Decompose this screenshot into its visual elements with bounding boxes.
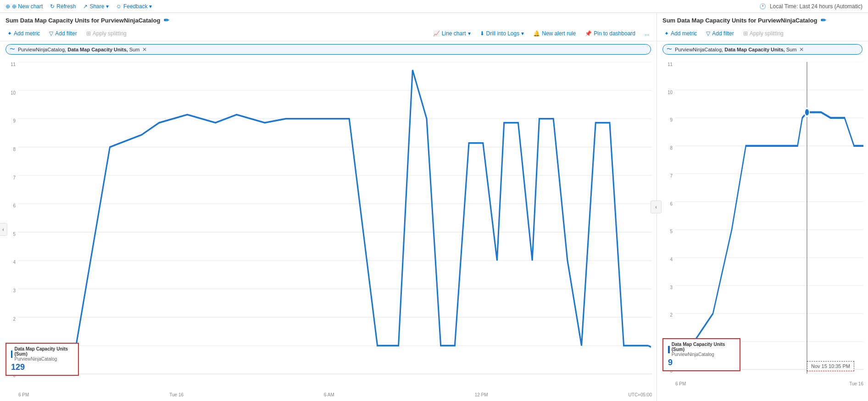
drill-icon: ⬇ [480, 30, 484, 37]
left-chart-title-bar: Sum Data Map Capacity Units for PurviewN… [0, 13, 657, 26]
right-metric-tag: 〜 PurviewNinjaCatalog, Data Map Capacity… [662, 44, 862, 55]
add-filter-label: Add filter [55, 30, 77, 37]
cursor-date-tooltip: Nov 15 10:35 PM [807, 361, 854, 371]
right-y-7: 7 [670, 173, 673, 178]
new-alert-rule-button[interactable]: 🔔 New alert rule [531, 29, 578, 38]
y-label-5: 5 [13, 232, 16, 237]
y-label-2: 2 [13, 317, 16, 322]
right-y-11: 11 [668, 62, 673, 67]
right-chart-area: 11 10 9 8 7 6 5 4 3 2 1 0 [657, 57, 868, 401]
alert-icon: 🔔 [533, 30, 540, 37]
top-bar: ⊕ ⊕ New chart ↻ Refresh ↗ Share ▾ ☺ Feed… [0, 0, 868, 13]
right-y-10: 10 [668, 90, 673, 95]
y-label-11: 11 [11, 62, 16, 67]
right-toolbar-left: ✦ Add metric ▽ Add filter ⊞ Apply splitt… [662, 29, 785, 38]
x-label-6am: 6 AM [324, 392, 334, 397]
pin-icon: 📌 [585, 30, 592, 37]
right-y-6: 6 [670, 201, 673, 206]
add-metric-label: Add metric [14, 30, 40, 37]
time-range-label: Local Time: Last 24 hours (Automatic) [770, 3, 862, 10]
drill-label: Drill into Logs [486, 30, 520, 37]
right-x-tue16: Tue 16 [849, 381, 863, 386]
line-chart-button[interactable]: 📈 Line chart ▾ [431, 29, 473, 38]
new-chart-icon: ⊕ [6, 3, 10, 10]
right-filter-icon: ▽ [706, 30, 710, 37]
right-x-6pm: 6 PM [675, 381, 686, 386]
y-label-10: 10 [11, 90, 16, 95]
share-button[interactable]: ↗ Share ▾ [83, 3, 108, 10]
right-y-8: 8 [670, 145, 673, 150]
right-metric-tag-text: PurviewNinjaCatalog, Data Map Capacity U… [675, 47, 796, 52]
cursor-date-text: Nov 15 10:35 PM [811, 363, 850, 369]
x-label-6pm: 6 PM [18, 392, 29, 397]
left-chart-title: Sum Data Map Capacity Units for PurviewN… [6, 17, 160, 24]
feedback-icon: ☺ [116, 3, 122, 10]
tooltip-value: 129 [11, 362, 73, 372]
right-metric-icon: ✦ [664, 30, 669, 37]
filter-icon: ▽ [49, 30, 53, 37]
refresh-button[interactable]: ↻ Refresh [50, 3, 76, 10]
right-y-2: 2 [670, 312, 673, 317]
y-label-4: 4 [13, 260, 16, 265]
new-chart-button[interactable]: ⊕ ⊕ New chart [6, 3, 43, 10]
right-y-5: 5 [670, 229, 673, 234]
right-chart-svg [675, 62, 863, 373]
more-label: ... [645, 30, 649, 37]
legend-bar [11, 351, 12, 358]
right-collapse-button[interactable]: ‹ [651, 200, 662, 213]
line-chart-icon: 📈 [433, 30, 440, 37]
right-tooltip-label: Data Map Capacity Units (Sum) [672, 342, 735, 352]
split-icon: ⊞ [86, 30, 91, 37]
right-add-filter-button[interactable]: ▽ Add filter [704, 29, 735, 38]
right-chart-edit-icon[interactable]: ✏ [821, 17, 826, 24]
x-label-utc: UTC+05:00 [629, 392, 652, 397]
right-tooltip-value: 9 [668, 358, 735, 368]
right-chart-title-bar: Sum Data Map Capacity Units for PurviewN… [657, 13, 868, 26]
main-layout: Sum Data Map Capacity Units for PurviewN… [0, 13, 868, 401]
right-split-icon: ⊞ [743, 30, 748, 37]
right-tooltip-sublabel: PurviewNinjaCatalog [672, 352, 735, 357]
more-options-button[interactable]: ... [643, 29, 651, 38]
right-apply-splitting-label: Apply splitting [750, 30, 784, 37]
left-chart-area: 11 10 9 8 7 6 5 4 3 2 1 0 [0, 57, 657, 401]
left-metric-tag: 〜 PurviewNinjaCatalog, Data Map Capacity… [6, 44, 651, 55]
pin-label: Pin to dashboard [594, 30, 635, 37]
line-chart-label: Line chart [442, 30, 466, 37]
x-label-tue16: Tue 16 [169, 392, 184, 397]
top-bar-left: ⊕ ⊕ New chart ↻ Refresh ↗ Share ▾ ☺ Feed… [6, 3, 152, 10]
pin-to-dashboard-button[interactable]: 📌 Pin to dashboard [583, 29, 637, 38]
tooltip-label: Data Map Capacity Units (Sum) [14, 346, 73, 356]
metric-tag-text: PurviewNinjaCatalog, Data Map Capacity U… [18, 47, 139, 52]
left-chart-toolbar: ✦ Add metric ▽ Add filter ⊞ Apply splitt… [0, 26, 657, 41]
feedback-button[interactable]: ☺ Feedback ▾ [116, 3, 152, 10]
svg-point-25 [805, 108, 809, 116]
right-add-filter-label: Add filter [712, 30, 734, 37]
right-metric-tag-close[interactable]: ✕ [799, 46, 804, 53]
wave-icon: 〜 [10, 45, 15, 53]
right-chart-title: Sum Data Map Capacity Units for PurviewN… [662, 17, 817, 24]
left-apply-splitting-button[interactable]: ⊞ Apply splitting [84, 29, 128, 38]
refresh-icon: ↻ [50, 3, 55, 10]
y-label-7: 7 [13, 175, 16, 180]
left-chart-edit-icon[interactable]: ✏ [164, 17, 169, 24]
y-label-9: 9 [13, 118, 16, 123]
left-toolbar-right: 📈 Line chart ▾ ⬇ Drill into Logs ▾ 🔔 New… [431, 29, 651, 38]
apply-splitting-label: Apply splitting [93, 30, 127, 37]
y-label-3: 3 [13, 288, 16, 293]
metric-tag-close[interactable]: ✕ [142, 46, 147, 53]
right-y-9: 9 [670, 117, 673, 123]
y-label-8: 8 [13, 147, 16, 152]
right-apply-splitting-button[interactable]: ⊞ Apply splitting [741, 29, 785, 38]
left-collapse-button[interactable]: ‹ [0, 223, 7, 236]
right-chart-toolbar: ✦ Add metric ▽ Add filter ⊞ Apply splitt… [657, 26, 868, 41]
drill-into-logs-button[interactable]: ⬇ Drill into Logs ▾ [478, 29, 526, 38]
x-label-12pm: 12 PM [475, 392, 488, 397]
time-range: 🕐 Local Time: Last 24 hours (Automatic) [759, 3, 862, 10]
right-add-metric-label: Add metric [671, 30, 697, 37]
left-add-metric-button[interactable]: ✦ Add metric [6, 29, 42, 38]
left-add-filter-button[interactable]: ▽ Add filter [47, 29, 78, 38]
right-add-metric-button[interactable]: ✦ Add metric [662, 29, 699, 38]
right-tooltip-legend: Data Map Capacity Units (Sum) PurviewNin… [668, 342, 735, 357]
y-label-6: 6 [13, 203, 16, 208]
new-chart-label: ⊕ New chart [12, 3, 43, 10]
